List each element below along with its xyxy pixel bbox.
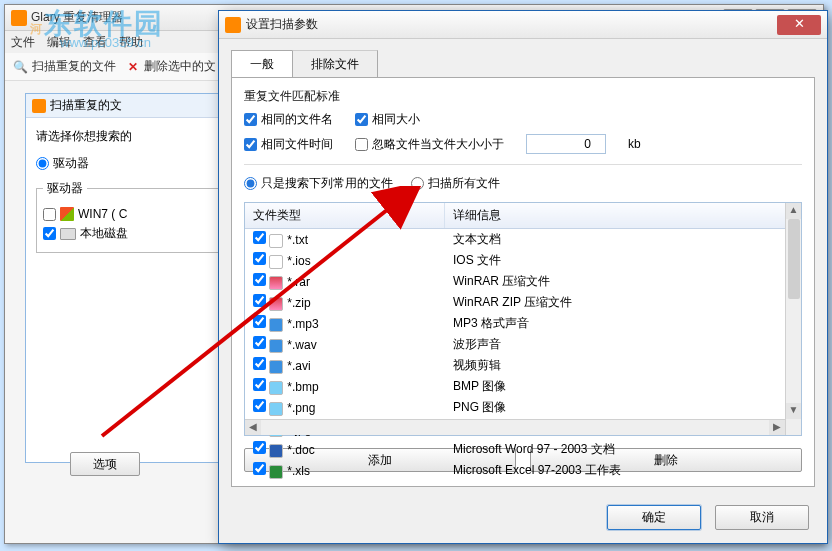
row-ext: *.ios [287,254,310,268]
menu-edit[interactable]: 编辑 [47,34,71,51]
chk-same-time[interactable]: 相同文件时间 [244,136,333,153]
delete-icon: ✕ [128,60,138,74]
filetype-icon [269,255,283,269]
radio-all-files[interactable]: 扫描所有文件 [411,175,500,192]
row-desc: 文本文档 [445,229,801,251]
options-button[interactable]: 选项 [70,452,140,476]
table-row[interactable]: *.pngPNG 图像 [245,397,801,418]
table-row[interactable]: *.iosIOS 文件 [245,250,801,271]
row-desc: 波形声音 [445,334,801,355]
row-checkbox[interactable] [253,231,266,244]
table-row[interactable]: *.wav波形声音 [245,334,801,355]
filetype-icon [269,318,283,332]
menu-view[interactable]: 查看 [83,34,107,51]
dialog-close-button[interactable]: ✕ [777,15,821,35]
row-ext: *.png [287,401,315,415]
menu-help[interactable]: 帮助 [119,34,143,51]
vertical-scrollbar[interactable]: ▲ ▼ [785,203,801,435]
row-desc: 视频剪辑 [445,355,801,376]
filetype-icon [269,465,283,479]
row-desc: PNG 图像 [445,397,801,418]
row-checkbox[interactable] [253,252,266,265]
drive-item[interactable]: WIN7 ( C [43,207,212,221]
scroll-down-icon[interactable]: ▼ [786,403,801,419]
scroll-track[interactable] [261,420,769,435]
row-ext: *.zip [287,296,310,310]
filetype-icon [269,444,283,458]
menu-file[interactable]: 文件 [11,34,35,51]
scroll-right-icon[interactable]: ▶ [769,420,785,435]
radio-drive-input[interactable] [36,157,49,170]
tab-exclude[interactable]: 排除文件 [292,50,378,78]
cancel-button[interactable]: 取消 [715,505,809,530]
row-ext: *.avi [287,359,310,373]
row-desc: IOS 文件 [445,250,801,271]
tool-scan[interactable]: 🔍扫描重复的文件 [13,58,116,75]
drive-checkbox[interactable] [43,227,56,240]
row-ext: *.xls [287,464,310,478]
ok-button[interactable]: 确定 [607,505,701,530]
tab-general[interactable]: 一般 [231,50,293,78]
dialog-title: 设置扫描参数 [246,16,777,33]
row-ext: *.wav [287,338,316,352]
chk-same-size[interactable]: 相同大小 [355,111,420,128]
row-ext: *.rar [287,275,310,289]
row-ext: *.mp3 [287,317,318,331]
dialog-tabs: 一般 排除文件 [219,39,827,77]
table-row[interactable]: *.avi视频剪辑 [245,355,801,376]
table-row[interactable]: *.rarWinRAR 压缩文件 [245,271,801,292]
row-checkbox[interactable] [253,315,266,328]
scroll-thumb[interactable] [788,219,800,299]
row-ext: *.bmp [287,380,318,394]
table-row[interactable]: *.txt文本文档 [245,229,801,251]
size-unit: kb [628,137,641,151]
row-checkbox[interactable] [253,273,266,286]
row-ext: *.txt [287,233,308,247]
settings-dialog: 设置扫描参数 ✕ 一般 排除文件 重复文件匹配标准 相同的文件名 相同大小 相同… [218,10,828,544]
row-checkbox[interactable] [253,399,266,412]
row-checkbox[interactable] [253,378,266,391]
row-checkbox[interactable] [253,441,266,454]
radio-drive[interactable]: 驱动器 [36,155,219,172]
row-ext: *.doc [287,443,314,457]
col-detail[interactable]: 详细信息 [445,203,801,229]
filetype-icon [269,297,283,311]
table-row[interactable]: *.xlsMicrosoft Excel 97-2003 工作表 [245,460,801,481]
row-desc: BMP 图像 [445,376,801,397]
row-checkbox[interactable] [253,336,266,349]
table-row[interactable]: *.mp3MP3 格式声音 [245,313,801,334]
col-type[interactable]: 文件类型 [245,203,445,229]
file-type-table: 文件类型 详细信息 *.txt文本文档 *.iosIOS 文件 *.rarWin… [244,202,802,436]
panel-title: 扫描重复的文 [50,97,122,114]
app-icon [11,10,27,26]
drive-item[interactable]: 本地磁盘 [43,225,212,242]
row-checkbox[interactable] [253,357,266,370]
radio-common-files[interactable]: 只是搜索下列常用的文件 [244,175,393,192]
tool-delete[interactable]: ✕删除选中的文 [128,58,216,75]
chk-ignore-small[interactable]: 忽略文件当文件大小小于 [355,136,504,153]
scroll-left-icon[interactable]: ◀ [245,420,261,435]
dialog-titlebar: 设置扫描参数 ✕ [219,11,827,39]
drive-checkbox[interactable] [43,208,56,221]
drives-group: 驱动器 WIN7 ( C 本地磁盘 [36,180,219,253]
row-desc: Microsoft Word 97 - 2003 文档 [445,439,801,460]
filetype-icon [269,402,283,416]
row-checkbox[interactable] [253,462,266,475]
row-checkbox[interactable] [253,294,266,307]
row-desc: Microsoft Excel 97-2003 工作表 [445,460,801,481]
size-input[interactable] [526,134,606,154]
panel-header: 扫描重复的文 [26,94,229,118]
match-group-title: 重复文件匹配标准 [244,88,802,105]
chk-same-name[interactable]: 相同的文件名 [244,111,333,128]
scroll-up-icon[interactable]: ▲ [786,203,801,219]
table-row[interactable]: *.zipWinRAR ZIP 压缩文件 [245,292,801,313]
panel-icon [32,99,46,113]
scan-panel: 扫描重复的文 请选择你想搜索的 驱动器 驱动器 WIN7 ( C 本地磁盘 [25,93,230,463]
windows-drive-icon [60,207,74,221]
filetype-icon [269,339,283,353]
table-row[interactable]: *.bmpBMP 图像 [245,376,801,397]
table-row[interactable]: *.docMicrosoft Word 97 - 2003 文档 [245,439,801,460]
local-drive-icon [60,228,76,240]
divider [244,164,802,165]
horizontal-scrollbar[interactable]: ◀ ▶ [245,419,785,435]
